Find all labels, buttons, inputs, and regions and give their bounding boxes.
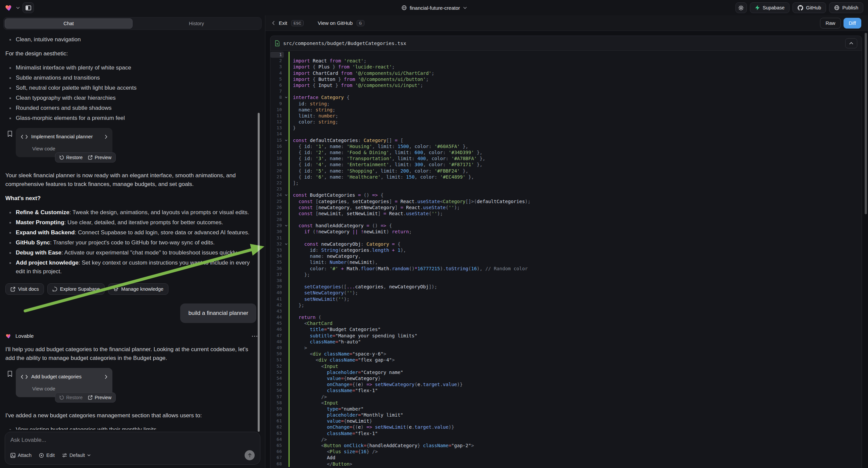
line-number: 65 xyxy=(271,442,284,448)
fold-toggle-icon[interactable] xyxy=(284,223,288,229)
view-code-link[interactable]: View code xyxy=(32,144,107,153)
fold-toggle-icon xyxy=(284,107,288,113)
explore-supabase-button[interactable]: Explore Supabase xyxy=(47,283,105,295)
external-link-icon xyxy=(88,395,93,400)
chat-scrollbar[interactable] xyxy=(258,113,260,432)
code-text: setCategories([...categories, newCategor… xyxy=(288,284,862,290)
line-number: 64 xyxy=(271,436,284,442)
preview-button[interactable]: Preview xyxy=(88,153,112,162)
github-button[interactable]: GitHub xyxy=(793,2,826,13)
whats-next-item: Expand with Backend: Connect Supabase to… xyxy=(5,228,258,237)
code-line: 1 xyxy=(271,52,862,58)
project-selector[interactable]: financial-future-creator xyxy=(401,0,467,16)
bullet-item: View existing budget categories with the… xyxy=(5,426,258,430)
code-text: <Input xyxy=(288,400,862,406)
line-number: 11 xyxy=(271,113,284,119)
more-options-icon[interactable] xyxy=(252,335,258,337)
model-selector[interactable]: Default xyxy=(62,452,91,458)
send-button[interactable] xyxy=(245,450,255,460)
code-line: 12 color: string; xyxy=(271,119,862,125)
version-card-implement-financial-planner[interactable]: Implement financial planner View code Re… xyxy=(16,128,113,157)
line-number: 49 xyxy=(271,345,284,351)
settings-button[interactable] xyxy=(736,2,747,13)
code-text: const newCategoryObj: Category = { xyxy=(288,241,862,247)
fold-toggle-icon xyxy=(284,461,288,467)
edit-button[interactable]: Edit xyxy=(39,452,55,458)
supabase-button[interactable]: Supabase xyxy=(750,2,789,13)
code-scrollbar[interactable] xyxy=(865,33,867,214)
view-on-github-link[interactable]: View on GitHub xyxy=(318,20,353,26)
sidebar-toggle-button[interactable] xyxy=(23,2,34,13)
line-number: 20 xyxy=(271,168,284,174)
visit-docs-button[interactable]: Visit docs xyxy=(5,283,44,295)
chevron-left-icon[interactable] xyxy=(272,21,275,25)
version-card-add-budget-categories[interactable]: Add budget categories View code Restore xyxy=(16,368,113,397)
manage-knowledge-button[interactable]: Manage knowledge xyxy=(108,283,168,295)
code-line: 32 const newCategoryObj: Category = { xyxy=(271,241,862,247)
tab-history[interactable]: History xyxy=(132,19,260,29)
fold-toggle-icon[interactable] xyxy=(284,94,288,100)
chat-messages[interactable]: Clean, intuitive navigation For the desi… xyxy=(0,31,265,430)
line-number: 23 xyxy=(271,186,284,192)
code-text: className="flex-1" xyxy=(288,387,862,393)
code-viewer[interactable]: 1 2import React from 'react';3import { P… xyxy=(271,51,862,468)
chevron-down-icon[interactable] xyxy=(16,7,20,9)
fold-toggle-icon[interactable] xyxy=(284,137,288,143)
attach-button[interactable]: Attach xyxy=(10,452,32,458)
raw-toggle-button[interactable]: Raw xyxy=(820,18,840,29)
publish-button[interactable]: Publish xyxy=(829,2,863,13)
line-number: 46 xyxy=(271,326,284,332)
line-number: 53 xyxy=(271,369,284,375)
code-text: { id: '5', name: 'Shopping', limit: 200,… xyxy=(288,168,862,174)
bullet-item: Subtle animations and transitions xyxy=(5,74,258,82)
restore-button[interactable]: Restore xyxy=(59,393,83,402)
bullet-item: Clean typography with clear hierarchies xyxy=(5,94,258,103)
diff-toggle-button[interactable]: Diff xyxy=(843,18,862,29)
tab-chat[interactable]: Chat xyxy=(5,19,132,29)
code-text: color: '#' + Math.floor(Math.random()*16… xyxy=(288,266,862,272)
code-line: 57 /> xyxy=(271,394,862,400)
code-line: 67 Add xyxy=(271,455,862,461)
fold-toggle-icon xyxy=(284,442,288,448)
bookmark-icon[interactable] xyxy=(7,371,12,377)
code-body: src/components/budget/BudgetCategories.t… xyxy=(266,31,868,468)
code-text: value={newCategory} xyxy=(288,375,862,381)
line-number: 26 xyxy=(271,204,284,210)
whats-next-item: Master Prompting: Use clear, detailed, a… xyxy=(5,218,258,227)
line-number: 34 xyxy=(271,253,284,259)
arrow-up-icon xyxy=(248,453,252,458)
line-number: 16 xyxy=(271,143,284,149)
preview-button[interactable]: Preview xyxy=(88,393,112,402)
restore-button[interactable]: Restore xyxy=(59,153,83,162)
view-code-link[interactable]: View code xyxy=(32,384,107,393)
fold-toggle-icon[interactable] xyxy=(284,241,288,247)
line-number: 54 xyxy=(271,375,284,381)
fold-toggle-icon xyxy=(284,284,288,290)
fold-toggle-icon[interactable] xyxy=(284,192,288,198)
chat-input[interactable] xyxy=(10,437,255,447)
code-line: 9 id: string; xyxy=(271,101,862,107)
code-text: import { Button } from '@/components/ui/… xyxy=(288,76,862,82)
line-number: 42 xyxy=(271,302,284,308)
code-line: 55 onChange={(e) => setNewCategory(e.tar… xyxy=(271,381,862,387)
fold-toggle-icon xyxy=(284,64,288,70)
exit-button[interactable]: Exit xyxy=(279,20,287,26)
code-line: 15const defaultCategories: Category[] = … xyxy=(271,137,862,143)
code-line: 48 className="h-auto" xyxy=(271,339,862,345)
bookmark-icon[interactable] xyxy=(7,130,12,137)
external-link-icon xyxy=(88,155,93,160)
chat-history-tabs: Chat History xyxy=(3,17,262,30)
lovable-logo[interactable] xyxy=(5,4,13,12)
code-text xyxy=(288,216,862,223)
collapse-file-button[interactable] xyxy=(845,38,857,48)
code-line: 66 <Plus size={16} /> xyxy=(271,448,862,455)
code-text: if (!newCategory || !newLimit) return; xyxy=(288,229,862,235)
line-number: 48 xyxy=(271,339,284,345)
fold-toggle-icon xyxy=(284,174,288,180)
bullet-item: Minimalist interface with plenty of whit… xyxy=(5,63,258,72)
code-text: <div className="flex gap-4"> xyxy=(288,357,862,363)
code-text: { id: '3', name: 'Transportation', limit… xyxy=(288,155,862,162)
fold-toggle-icon xyxy=(284,394,288,400)
fold-toggle-icon xyxy=(284,308,288,314)
file-header[interactable]: src/components/budget/BudgetCategories.t… xyxy=(271,36,862,51)
